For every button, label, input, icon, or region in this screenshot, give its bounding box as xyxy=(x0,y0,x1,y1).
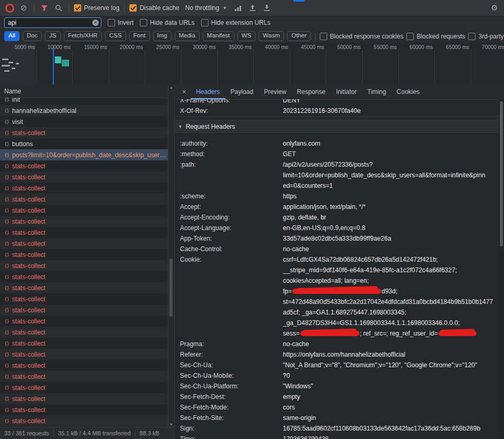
filter-type-all[interactable]: All xyxy=(4,31,20,41)
scrollbar-thumb[interactable] xyxy=(169,259,173,317)
request-row[interactable]: {}stats-collect xyxy=(0,371,168,382)
filter-type-doc[interactable]: Doc xyxy=(23,31,42,41)
search-button[interactable] xyxy=(53,3,64,13)
import-har-button[interactable] xyxy=(247,3,258,13)
filter-type-media[interactable]: Media xyxy=(175,31,199,41)
script-icon: {} xyxy=(4,374,9,379)
request-row[interactable]: {}init xyxy=(0,98,168,105)
request-row[interactable]: {}hannahelizabethofficial xyxy=(0,105,168,116)
hide-data-urls-checkbox[interactable] xyxy=(140,19,147,26)
filter-type-fetch-xhr[interactable]: Fetch/XHR xyxy=(64,31,102,41)
request-row[interactable]: {}stats-collect xyxy=(0,194,168,205)
request-list-scrollbar[interactable]: ▲ ▼ xyxy=(168,84,174,427)
filter-type-font[interactable]: Font xyxy=(129,31,150,41)
request-label: stats-collect xyxy=(12,251,45,259)
headers-content: X-Frame-Options:DENYX-Of-Rev:20231226191… xyxy=(175,99,499,439)
tab-response[interactable]: Response xyxy=(292,84,331,99)
request-row[interactable]: {}stats-collect xyxy=(0,238,168,249)
blocked-requests-toggle[interactable]: Blocked requests xyxy=(406,33,465,40)
request-row[interactable]: {}stats-collect xyxy=(0,415,168,426)
request-row[interactable]: {}stats-collect xyxy=(0,382,168,393)
timeline-overview[interactable]: 5000 ms10000 ms15000 ms20000 ms25000 ms3… xyxy=(0,43,504,85)
timeline-gridline xyxy=(398,50,399,84)
request-row[interactable]: {}stats-collect xyxy=(0,327,168,338)
third-party-toggle[interactable]: 3rd-party requests xyxy=(468,33,504,40)
tab-initiator[interactable]: Initiator xyxy=(331,84,362,99)
request-row[interactable]: {}stats-collect xyxy=(0,393,168,404)
hide-extension-urls-checkbox[interactable] xyxy=(201,19,208,26)
header-value: ?0 xyxy=(283,370,499,381)
request-row[interactable]: {}stats-collect xyxy=(0,338,168,349)
request-row[interactable]: {}stats-collect xyxy=(0,404,168,415)
request-row[interactable]: {}stats-collect xyxy=(0,183,168,194)
network-conditions-button[interactable] xyxy=(233,3,243,13)
third-party-checkbox[interactable] xyxy=(468,33,476,40)
tab-timing[interactable]: Timing xyxy=(362,84,392,99)
settings-button[interactable]: ⚙ xyxy=(489,3,500,13)
request-row[interactable]: {}stats-collect xyxy=(0,304,168,316)
script-icon: {} xyxy=(4,341,9,346)
filter-type-other[interactable]: Other xyxy=(287,31,311,41)
request-row[interactable]: {}stats-collect xyxy=(0,360,168,371)
export-har-button[interactable] xyxy=(261,3,272,13)
request-row[interactable]: {}visit xyxy=(0,116,168,127)
request-row[interactable]: {}stats-collect xyxy=(0,227,168,238)
tab-cookies[interactable]: Cookies xyxy=(392,84,425,99)
filter-type-wasm[interactable]: Wasm xyxy=(259,31,284,41)
tab-payload[interactable]: Payload xyxy=(225,84,259,99)
header-value: /api2/v2/users/20572336/posts?limit=10&o… xyxy=(283,159,499,191)
clear-filter-icon[interactable]: × xyxy=(92,20,99,26)
request-row[interactable]: {}stats-collect xyxy=(0,282,168,293)
filter-type-js[interactable]: JS xyxy=(45,31,60,41)
filter-type-img[interactable]: Img xyxy=(153,31,172,41)
gear-icon: ⚙ xyxy=(491,3,498,13)
timeline-tick-label: 25000 ms xyxy=(146,44,179,50)
invert-checkbox[interactable] xyxy=(108,19,115,26)
request-row[interactable]: {}stats-collect xyxy=(0,205,168,216)
clear-button[interactable]: ⊘ xyxy=(18,3,29,13)
request-row[interactable]: {}stats-collect xyxy=(0,249,168,260)
scrollbar-thumb[interactable] xyxy=(500,101,503,246)
request-row[interactable]: {}buttons xyxy=(0,138,168,149)
blocked-requests-checkbox[interactable] xyxy=(406,33,414,40)
request-label: visit xyxy=(12,118,23,126)
header-name: Cache-Control: xyxy=(180,244,283,254)
timeline-tick-label: 65000 ms xyxy=(435,44,469,50)
disable-cache-toggle[interactable]: Disable cache xyxy=(129,4,179,12)
request-row[interactable]: {}stats-collect xyxy=(0,349,168,360)
filter-type-manifest[interactable]: Manifest xyxy=(203,31,234,41)
search-icon xyxy=(55,4,62,12)
record-button[interactable] xyxy=(4,3,15,13)
request-row[interactable]: {}stats-collect xyxy=(0,260,168,271)
request-headers-section[interactable]: ▼ Request Headers xyxy=(175,120,499,133)
details-scrollbar[interactable] xyxy=(499,99,504,439)
request-row[interactable]: {}stats-collect xyxy=(0,171,168,183)
blocked-response-cookies-checkbox[interactable] xyxy=(320,33,327,40)
request-row[interactable]: {}stats-collect xyxy=(0,127,168,138)
request-row[interactable]: {}posts?limit=10&order=publish_date_desc… xyxy=(0,149,168,160)
scroll-up-icon[interactable]: ▲ xyxy=(168,85,174,89)
name-column-header[interactable]: Name xyxy=(0,84,174,98)
request-row[interactable]: {}stats-collect xyxy=(0,271,168,282)
request-row[interactable]: {}stats-collect xyxy=(0,160,168,171)
preserve-log-toggle[interactable]: Preserve log xyxy=(74,4,119,12)
tab-headers[interactable]: Headers xyxy=(191,84,225,99)
disable-cache-checkbox[interactable] xyxy=(129,4,137,12)
filter-input[interactable] xyxy=(4,17,101,28)
filter-type-ws[interactable]: WS xyxy=(237,31,256,41)
throttling-select[interactable]: No throttling ▼ xyxy=(183,3,230,13)
hide-data-urls-toggle[interactable]: Hide data URLs xyxy=(140,19,195,26)
blocked-response-cookies-toggle[interactable]: Blocked response cookies xyxy=(320,33,403,40)
invert-toggle[interactable]: Invert xyxy=(108,19,134,26)
request-row[interactable]: {}stats-collect xyxy=(0,293,168,304)
filter-type-css[interactable]: CSS xyxy=(105,31,126,41)
filter-toggle-button[interactable] xyxy=(39,3,50,13)
request-row[interactable]: {}stats-collect xyxy=(0,316,168,327)
close-icon[interactable]: × xyxy=(178,88,191,96)
request-row[interactable]: {}stats-collect xyxy=(0,216,168,227)
scroll-down-icon[interactable]: ▼ xyxy=(168,423,174,426)
tab-preview[interactable]: Preview xyxy=(259,84,292,99)
preserve-log-checkbox[interactable] xyxy=(74,4,81,12)
timeline-activity xyxy=(2,59,8,60)
hide-extension-urls-toggle[interactable]: Hide extension URLs xyxy=(201,19,271,26)
